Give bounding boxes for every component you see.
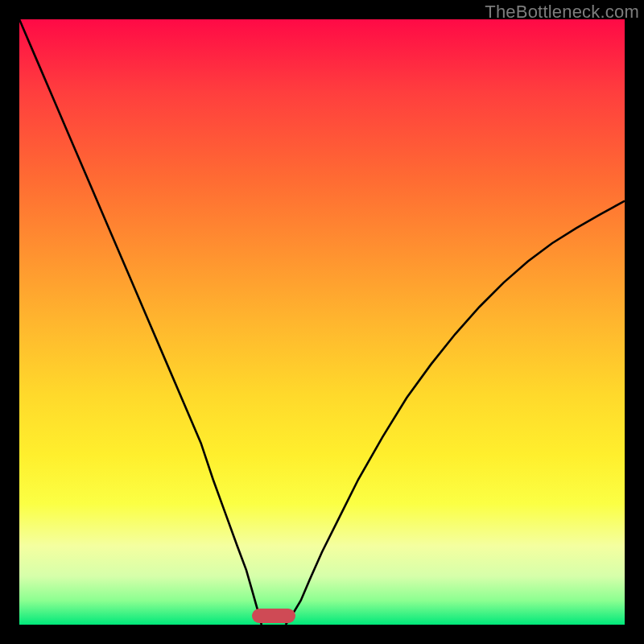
plot-area [19, 19, 625, 625]
curve-layer [19, 19, 625, 625]
left-curve [19, 19, 262, 625]
bottleneck-marker [252, 609, 295, 623]
right-curve [286, 201, 625, 625]
chart-frame: TheBottleneck.com [0, 0, 644, 644]
